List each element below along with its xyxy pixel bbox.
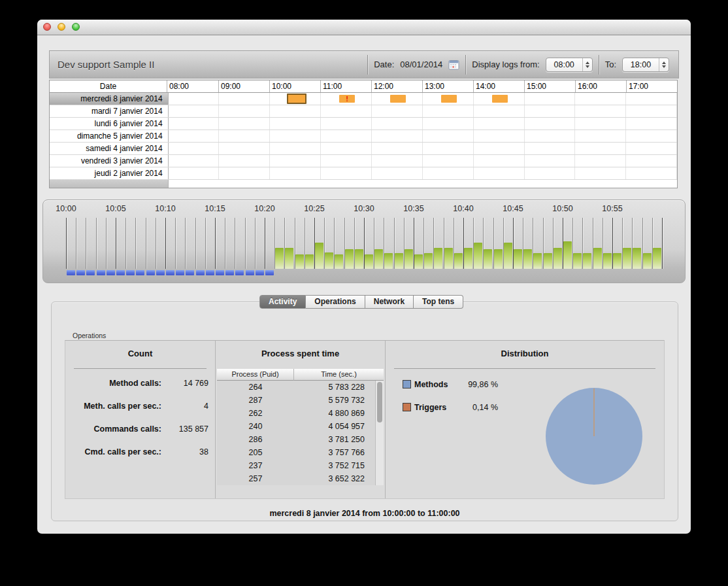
minimize-button[interactable]	[58, 23, 65, 31]
date-column-header[interactable]: Date	[50, 80, 167, 92]
hour-cell[interactable]	[169, 130, 220, 142]
scrollbar-thumb[interactable]	[377, 382, 382, 422]
hour-cell[interactable]	[575, 93, 626, 105]
hour-cell[interactable]	[525, 155, 576, 167]
hour-cell[interactable]	[169, 155, 220, 167]
hour-cell[interactable]	[219, 167, 270, 179]
hour-cell[interactable]	[270, 155, 321, 167]
hour-header[interactable]: 08:00	[167, 80, 218, 92]
activity-bar[interactable]	[374, 249, 383, 269]
log-marker[interactable]	[441, 95, 457, 103]
scrollbar[interactable]	[375, 381, 384, 485]
hour-cell[interactable]	[219, 93, 270, 105]
day-row-date[interactable]: lundi 6 janvier 2014	[50, 118, 169, 129]
activity-bar[interactable]	[484, 249, 492, 269]
day-row-date[interactable]: jeudi 2 janvier 2014	[50, 167, 169, 179]
activity-bar[interactable]	[434, 248, 442, 269]
hour-cell[interactable]	[423, 167, 474, 179]
activity-bar[interactable]	[384, 253, 393, 269]
hour-header[interactable]: 14:00	[473, 80, 524, 92]
stepper-icon[interactable]	[659, 58, 669, 71]
hour-cell[interactable]	[626, 105, 677, 117]
process-row[interactable]: 2573 652 322	[217, 472, 375, 485]
activity-bar[interactable]	[583, 253, 591, 269]
process-row[interactable]: 2373 752 715	[217, 459, 375, 472]
hour-cell[interactable]	[474, 118, 525, 129]
hour-cell[interactable]	[525, 130, 576, 142]
day-row-date[interactable]: mercredi 8 janvier 2014	[50, 93, 169, 105]
activity-bar[interactable]	[444, 248, 453, 269]
hour-cell[interactable]	[575, 118, 626, 129]
timeline-panel[interactable]: 10:0010:0510:1010:1510:2010:2510:3010:35…	[42, 199, 686, 283]
hour-cell[interactable]	[525, 93, 576, 105]
zoom-button[interactable]	[72, 23, 80, 31]
activity-bar[interactable]	[613, 253, 621, 269]
tab-top-tens[interactable]: Top tens	[414, 295, 463, 309]
activity-bar[interactable]	[603, 253, 612, 269]
hour-cell[interactable]	[423, 155, 474, 167]
to-time-select[interactable]: 18:00	[622, 58, 669, 72]
activity-bar[interactable]	[295, 254, 304, 269]
day-row-date[interactable]: dimanche 5 janvier 2014	[50, 130, 169, 142]
log-marker[interactable]	[287, 94, 306, 104]
idle-bar[interactable]	[146, 270, 155, 275]
hour-cell[interactable]	[474, 105, 525, 117]
hour-cell[interactable]	[474, 130, 525, 142]
idle-bar[interactable]	[206, 270, 214, 275]
close-button[interactable]	[43, 23, 51, 31]
hour-cell[interactable]	[575, 105, 626, 117]
day-row[interactable]: mercredi 8 janvier 2014!	[50, 93, 677, 105]
idle-bar[interactable]	[256, 270, 264, 275]
hour-header[interactable]: 11:00	[320, 80, 371, 92]
day-row[interactable]: vendredi 3 janvier 2014	[50, 155, 677, 167]
hour-cell[interactable]	[169, 93, 220, 105]
activity-bar[interactable]	[464, 248, 472, 269]
hour-cell[interactable]	[169, 167, 220, 179]
process-row[interactable]: 2624 880 869	[217, 407, 375, 420]
idle-bar[interactable]	[67, 270, 75, 275]
activity-bar[interactable]	[315, 243, 323, 269]
hour-cell[interactable]	[219, 155, 270, 167]
hour-cell[interactable]	[372, 167, 423, 179]
hour-cell[interactable]	[474, 167, 525, 179]
idle-bar[interactable]	[97, 270, 105, 275]
process-column-header[interactable]: Process (Puid)	[217, 369, 294, 381]
activity-bar[interactable]	[325, 252, 333, 269]
calendar-icon[interactable]	[448, 60, 459, 70]
activity-bar[interactable]	[533, 253, 542, 269]
hour-cell[interactable]	[626, 143, 677, 154]
tab-operations[interactable]: Operations	[306, 295, 365, 309]
hour-cell[interactable]	[219, 105, 270, 117]
hour-cell[interactable]	[575, 167, 626, 179]
hour-cell[interactable]	[270, 105, 321, 117]
process-column-header[interactable]: Time (sec.)	[294, 369, 384, 381]
activity-bar[interactable]	[643, 253, 652, 269]
activity-bar[interactable]	[563, 241, 572, 269]
idle-bar[interactable]	[156, 270, 165, 275]
hour-header[interactable]: 10:00	[269, 80, 320, 92]
activity-bar[interactable]	[504, 243, 512, 269]
log-marker[interactable]: !	[339, 95, 355, 103]
hour-cell[interactable]	[474, 155, 525, 167]
hour-cell[interactable]	[270, 143, 321, 154]
activity-bar[interactable]	[335, 254, 343, 269]
hour-header[interactable]: 16:00	[575, 80, 626, 92]
activity-bar[interactable]	[593, 248, 602, 269]
idle-bar[interactable]	[86, 270, 95, 275]
hour-cell[interactable]	[474, 143, 525, 154]
hour-header[interactable]: 09:00	[218, 80, 269, 92]
hour-cell[interactable]	[372, 130, 423, 142]
hour-cell[interactable]	[575, 143, 626, 154]
hour-cell[interactable]	[626, 167, 677, 179]
hour-cell[interactable]	[626, 118, 677, 129]
activity-bar[interactable]	[523, 249, 532, 269]
idle-bar[interactable]	[186, 270, 194, 275]
process-row[interactable]: 2875 579 732	[217, 394, 375, 407]
day-row[interactable]: lundi 6 janvier 2014	[50, 118, 677, 130]
hour-header[interactable]: 13:00	[422, 80, 473, 92]
idle-bar[interactable]	[235, 270, 244, 275]
hour-cell[interactable]	[372, 105, 423, 117]
titlebar[interactable]	[37, 20, 691, 35]
day-row[interactable]: dimanche 5 janvier 2014	[50, 130, 677, 143]
idle-bar[interactable]	[265, 270, 274, 275]
